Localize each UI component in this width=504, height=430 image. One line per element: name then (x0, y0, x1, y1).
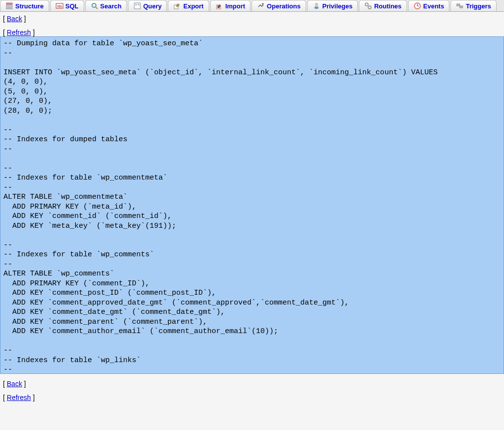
sql-icon: SQL (56, 2, 63, 10)
tab-events[interactable]: Events (408, 0, 450, 11)
tab-label: Search (100, 2, 122, 10)
tab-privileges[interactable]: Privileges (307, 0, 358, 11)
tab-structure[interactable]: Structure (0, 0, 49, 11)
svg-rect-20 (457, 4, 460, 6)
back-link-row-top: [ Back ] (0, 12, 504, 26)
svg-point-16 (368, 6, 371, 9)
svg-rect-0 (6, 3, 12, 4)
triggers-icon (456, 2, 464, 10)
search-icon (91, 2, 98, 10)
svg-rect-9 (138, 4, 139, 5)
tab-label: Operations (267, 2, 301, 10)
tab-search[interactable]: Search (85, 0, 127, 11)
svg-point-5 (92, 3, 96, 7)
svg-rect-2 (6, 8, 12, 9)
tab-label: Events (423, 2, 444, 10)
top-tabs: Structure SQL SQL Search Query Export Im… (0, 0, 504, 12)
tab-label: Triggers (466, 2, 491, 10)
tab-query[interactable]: Query (128, 0, 167, 11)
svg-point-12 (262, 3, 264, 5)
svg-rect-8 (135, 4, 137, 5)
tab-triggers[interactable]: Triggers (450, 0, 496, 11)
import-icon (216, 2, 223, 10)
svg-text:SQL: SQL (57, 4, 63, 8)
back-link[interactable]: Back (7, 380, 22, 388)
tab-export[interactable]: Export (168, 0, 209, 11)
back-link[interactable]: Back (7, 15, 22, 23)
svg-line-6 (95, 7, 97, 9)
tab-label: Structure (15, 2, 44, 10)
tab-sql[interactable]: SQL SQL (50, 0, 84, 11)
operations-icon (257, 2, 265, 10)
svg-rect-14 (315, 6, 318, 9)
svg-point-13 (315, 3, 318, 6)
svg-rect-7 (134, 3, 140, 9)
tab-routines[interactable]: Routines (359, 0, 407, 11)
tab-label: Import (225, 2, 245, 10)
events-icon (413, 2, 421, 10)
refresh-link[interactable]: Refresh (7, 394, 31, 401)
svg-rect-21 (460, 6, 463, 8)
svg-rect-1 (6, 5, 12, 7)
tab-operations[interactable]: Operations (252, 0, 306, 11)
tab-label: SQL (65, 2, 79, 10)
sql-output[interactable]: -- Dumping data for table `wp_yoast_seo_… (0, 36, 504, 374)
svg-point-15 (365, 3, 368, 6)
routines-icon (364, 2, 372, 10)
back-link-row-bottom: [ Back ] (0, 377, 504, 391)
structure-icon (5, 2, 13, 10)
tab-label: Routines (374, 2, 402, 10)
privileges-icon (313, 2, 320, 10)
tab-label: Query (143, 2, 162, 10)
export-icon (173, 2, 181, 10)
refresh-link[interactable]: Refresh (7, 29, 31, 36)
tab-import[interactable]: Import (210, 0, 251, 11)
query-icon (133, 2, 141, 10)
tab-label: Privileges (322, 2, 352, 10)
refresh-link-row-top: [ Refresh ] (0, 26, 504, 36)
refresh-link-row-bottom: [ Refresh ] (0, 391, 504, 404)
tab-label: Export (183, 2, 203, 10)
